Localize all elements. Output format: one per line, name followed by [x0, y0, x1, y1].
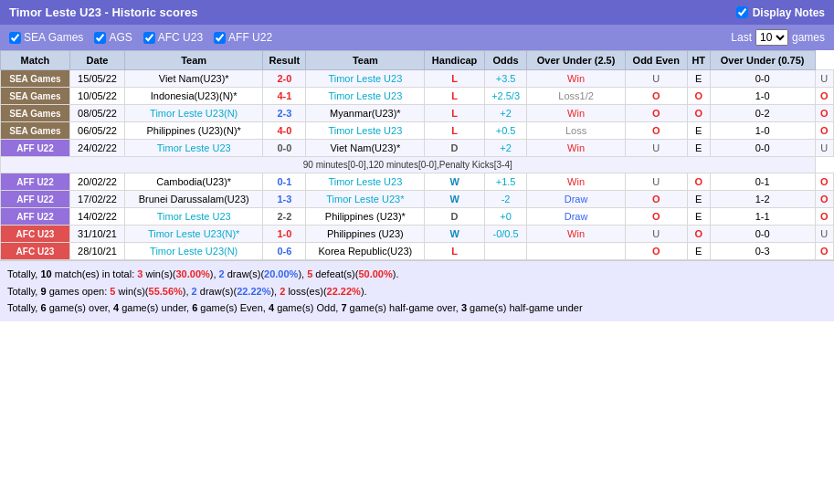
cell-odds: Win	[527, 105, 626, 122]
cell-ou25: U	[625, 140, 687, 157]
cell-oe: O	[687, 173, 710, 191]
cell-result: 4-1	[263, 88, 306, 105]
col-oe: Odd Even	[625, 51, 687, 70]
cell-date: 28/10/21	[69, 243, 124, 260]
cell-team1: Philippines (U23)(N)*	[125, 122, 263, 140]
cell-match: SEA Games	[1, 70, 70, 88]
cell-result: 4-0	[263, 122, 306, 140]
cell-wl: W	[425, 173, 485, 191]
cell-team2: Myanmar(U23)*	[306, 105, 425, 122]
cell-handicap: +2	[484, 140, 526, 157]
cell-team2: Timor Leste U23*	[306, 191, 425, 208]
cell-ht: 1-0	[710, 88, 815, 105]
cell-wl: L	[425, 243, 485, 260]
cell-wl: W	[425, 226, 485, 243]
cell-handicap: +0	[484, 208, 526, 226]
cell-ou075: U	[815, 226, 833, 243]
summary-line: Totally, 9 games open: 5 win(s)(55.56%),…	[7, 283, 827, 300]
last-games-select[interactable]: 10 20 30	[755, 29, 788, 46]
cell-match: AFC U23	[1, 226, 70, 243]
filter-sea-games-label: SEA Games	[24, 31, 83, 44]
cell-oe: E	[687, 208, 710, 226]
cell-match: AFC U23	[1, 243, 70, 260]
col-ou25: Over Under (2.5)	[527, 51, 626, 70]
col-date: Date	[69, 51, 124, 70]
cell-date: 06/05/22	[69, 122, 124, 140]
table-row: SEA Games06/05/22Philippines (U23)(N)*4-…	[1, 122, 834, 140]
cell-oe: E	[687, 191, 710, 208]
filter-afc-u23-label: AFC U23	[158, 31, 203, 44]
cell-result: 2-0	[263, 70, 306, 88]
cell-ou25: O	[625, 208, 687, 226]
cell-ou075: O	[815, 105, 833, 122]
cell-oe: E	[687, 70, 710, 88]
table-row: AFC U2331/10/21Timor Leste U23(N)*1-0Phi…	[1, 226, 834, 243]
cell-ou25: O	[625, 191, 687, 208]
cell-date: 08/05/22	[69, 105, 124, 122]
filter-aff-u22[interactable]: AFF U22	[214, 31, 272, 44]
cell-ht: 1-0	[710, 122, 815, 140]
cell-result: 2-3	[263, 105, 306, 122]
cell-date: 24/02/22	[69, 140, 124, 157]
table-row: SEA Games15/05/22Viet Nam(U23)*2-0Timor …	[1, 70, 834, 88]
cell-handicap: -2	[484, 191, 526, 208]
cell-handicap: +2.5/3	[484, 88, 526, 105]
cell-handicap: +1.5	[484, 173, 526, 191]
cell-odds: Loss1/2	[527, 88, 626, 105]
games-label: games	[792, 31, 825, 44]
cell-ou075: O	[815, 191, 833, 208]
cell-date: 17/02/22	[69, 191, 124, 208]
cell-oe: O	[687, 105, 710, 122]
cell-ht: 0-2	[710, 105, 815, 122]
col-team1: Team	[125, 51, 263, 70]
cell-ou075: O	[815, 122, 833, 140]
summary-bar: Totally, 10 match(es) in total: 3 win(s)…	[0, 260, 834, 321]
cell-ht: 0-0	[710, 70, 815, 88]
table-row: AFF U2220/02/22Cambodia(U23)*0-1Timor Le…	[1, 173, 834, 191]
table-row: SEA Games08/05/22Timor Leste U23(N)2-3My…	[1, 105, 834, 122]
cell-match: AFF U22	[1, 140, 70, 157]
cell-match: AFF U22	[1, 208, 70, 226]
col-match: Match	[1, 51, 70, 70]
cell-match: AFF U22	[1, 191, 70, 208]
cell-match: AFF U22	[1, 173, 70, 191]
cell-wl: L	[425, 105, 485, 122]
cell-oe: E	[687, 140, 710, 157]
cell-handicap: +3.5	[484, 70, 526, 88]
cell-ou075: O	[815, 173, 833, 191]
filter-ags[interactable]: AGS	[94, 31, 132, 44]
filter-ags-label: AGS	[109, 31, 132, 44]
cell-handicap: +2	[484, 105, 526, 122]
cell-match: SEA Games	[1, 105, 70, 122]
cell-odds: Win	[527, 173, 626, 191]
filter-afc-u23[interactable]: AFC U23	[143, 31, 203, 44]
display-notes-checkbox[interactable]	[736, 6, 748, 18]
cell-date: 10/05/22	[69, 88, 124, 105]
col-odds: Odds	[484, 51, 526, 70]
cell-wl: L	[425, 70, 485, 88]
table-row: AFC U2328/10/21Timor Leste U23(N)0-6Kore…	[1, 243, 834, 260]
cell-ou25: U	[625, 173, 687, 191]
cell-wl: W	[425, 191, 485, 208]
cell-team1: Timor Leste U23	[125, 140, 263, 157]
table-row: SEA Games10/05/22Indonesia(U23)(N)*4-1Ti…	[1, 88, 834, 105]
col-result: Result	[263, 51, 306, 70]
cell-handicap	[484, 243, 526, 260]
cell-ht: 1-2	[710, 191, 815, 208]
cell-result: 0-6	[263, 243, 306, 260]
cell-team1: Timor Leste U23(N)	[125, 105, 263, 122]
cell-ou25: O	[625, 105, 687, 122]
cell-date: 20/02/22	[69, 173, 124, 191]
cell-odds: Loss	[527, 122, 626, 140]
cell-ht: 1-1	[710, 208, 815, 226]
scores-table: Match Date Team Result Team Handicap Odd…	[0, 50, 834, 260]
cell-odds: Win	[527, 226, 626, 243]
cell-ou25: O	[625, 122, 687, 140]
cell-team1: Brunei Darussalam(U23)	[125, 191, 263, 208]
penalty-note-row: 90 minutes[0-0],120 minutes[0-0],Penalty…	[1, 157, 834, 173]
filter-sea-games[interactable]: SEA Games	[9, 31, 83, 44]
filter-aff-u22-label: AFF U22	[228, 31, 272, 44]
col-ht: HT	[687, 51, 710, 70]
display-notes-toggle[interactable]: Display Notes	[736, 6, 825, 19]
cell-ou25: U	[625, 226, 687, 243]
